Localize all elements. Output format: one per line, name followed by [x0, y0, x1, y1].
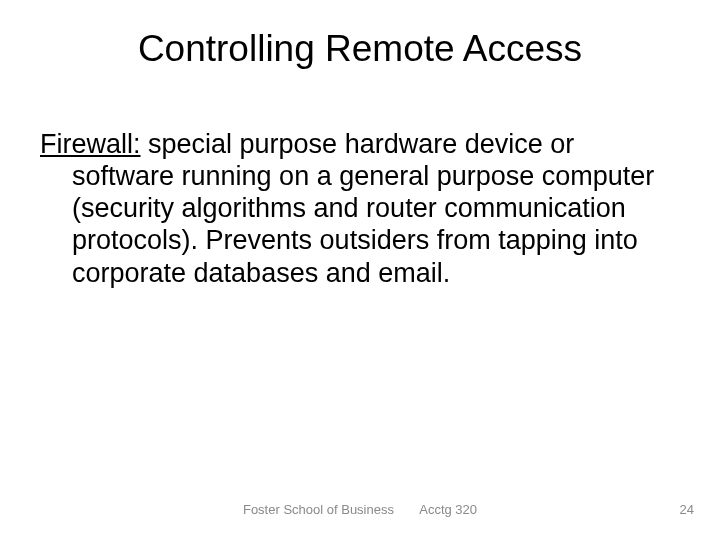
definition-continuation: software running on a general purpose co…: [40, 160, 680, 289]
page-number: 24: [680, 502, 694, 517]
footer-school: Foster School of Business: [243, 502, 394, 517]
slide: Controlling Remote Access Firewall: spec…: [0, 0, 720, 540]
footer-center: Foster School of Business Acctg 320: [0, 502, 720, 517]
footer-course: Acctg 320: [419, 502, 477, 517]
body-text: Firewall: special purpose hardware devic…: [40, 128, 680, 289]
slide-title: Controlling Remote Access: [0, 0, 720, 70]
term-firewall: Firewall:: [40, 129, 141, 159]
slide-footer: Foster School of Business Acctg 320 24: [0, 502, 720, 522]
definition-line1: special purpose hardware device or: [141, 129, 575, 159]
